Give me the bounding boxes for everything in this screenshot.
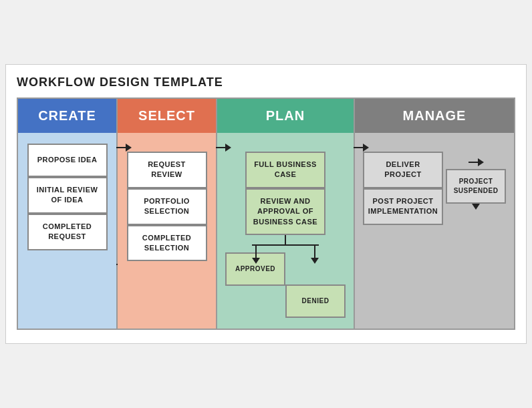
step-review-idea: INITIAL REVIEW OF IDEA [27, 177, 108, 214]
side-arrow [469, 158, 484, 166]
column-manage: MANAGE DELIVER PROJECT POST PROJECT [355, 99, 514, 329]
create-body: PROPOSE IDEA INITIAL REVIEW OF IDEA COMP… [18, 133, 118, 329]
incoming-arrow-plan [216, 144, 231, 152]
step-request-review: REQUEST REVIEW [127, 152, 207, 188]
columns-wrapper: CREATE PROPOSE IDEA INITIAL REVIEW OF ID… [17, 97, 515, 330]
plan-body: FULL BUSINESS CASE REVIEW AND APPROVAL O… [217, 133, 355, 329]
select-body: REQUEST REVIEW PORTFOLIO SELECTION COMPL… [118, 133, 217, 329]
branch-left-arrow [252, 244, 260, 264]
diagram-container: WORKFLOW DESIGN TEMPLATE CREATE PROPOSE … [5, 64, 527, 344]
step-completed-request: COMPLETED REQUEST [27, 214, 108, 250]
step-review-approval: REVIEW AND APPROVAL OF BUSINESS CASE [245, 188, 325, 235]
branch-h-line [252, 244, 319, 246]
incoming-arrow-select [116, 144, 132, 152]
branch-stem [285, 235, 286, 244]
step-post-project: POST PROJECT IMPLEMENTATION [363, 188, 443, 225]
manage-side-flow: PROJECT SUSPENDED [446, 158, 506, 204]
plan-header: PLAN [217, 99, 355, 133]
manage-top-row: DELIVER PROJECT POST PROJECT IMPLEMENTAT… [363, 152, 506, 225]
manage-header: MANAGE [355, 99, 514, 133]
column-plan: PLAN FULL BUSINESS CASE REVIEW AND APPRO… [217, 99, 355, 329]
cross-arrow-create-select [116, 264, 118, 265]
create-header: CREATE [18, 99, 118, 133]
step-project-suspended: PROJECT SUSPENDED [446, 169, 506, 204]
step-denied: DENIED [285, 284, 346, 318]
step-portfolio-selection: PORTFOLIO SELECTION [127, 188, 207, 225]
column-create: CREATE PROPOSE IDEA INITIAL REVIEW OF ID… [18, 99, 118, 329]
branch-boxes: APPROVED DENIED [225, 252, 346, 318]
branch-wrapper: APPROVED DENIED [225, 235, 346, 318]
step-completed-selection: COMPLETED SELECTION [127, 225, 207, 262]
step-propose-idea: PROPOSE IDEA [27, 144, 108, 177]
column-select: SELECT REQUEST REVIEW PORTFOLIO SELECTIO… [118, 99, 217, 329]
branch-right-arrow [311, 244, 319, 264]
step-deliver-project: DELIVER PROJECT [363, 152, 443, 188]
incoming-arrow-manage [354, 144, 369, 152]
diagram-title: WORKFLOW DESIGN TEMPLATE [17, 75, 515, 89]
step-full-business-case: FULL BUSINESS CASE [245, 152, 325, 188]
select-header: SELECT [118, 99, 217, 133]
manage-body: DELIVER PROJECT POST PROJECT IMPLEMENTAT… [355, 133, 514, 329]
manage-main-flow: DELIVER PROJECT POST PROJECT IMPLEMENTAT… [363, 152, 443, 225]
